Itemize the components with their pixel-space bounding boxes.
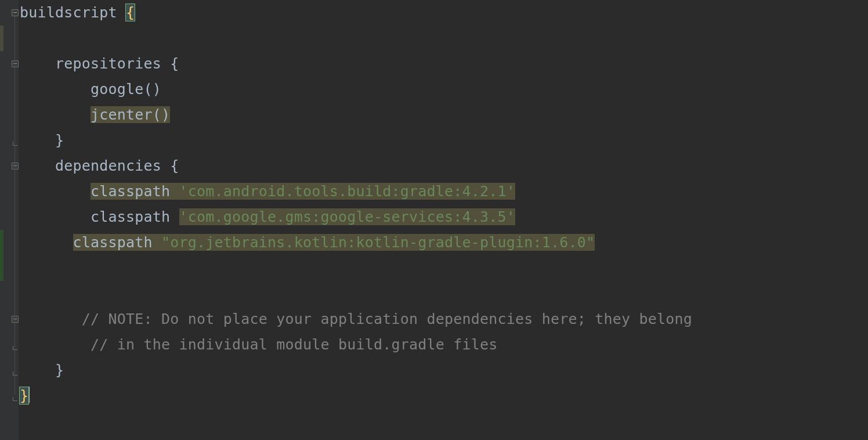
code-token: 'com.android.tools.build:gradle:4.2.1' — [179, 183, 516, 200]
code-line[interactable]: dependencies { — [19, 153, 868, 179]
code-token: dependencies — [55, 157, 170, 174]
vcs-change-marker[interactable] — [0, 230, 3, 255]
vcs-change-marker[interactable] — [0, 26, 3, 51]
code-token: classpath — [91, 208, 179, 225]
fold-toggle-icon[interactable] — [12, 163, 19, 169]
vcs-change-marker[interactable] — [0, 255, 3, 281]
code-line[interactable]: // NOTE: Do not place your application d… — [19, 306, 868, 332]
code-line-content: } — [20, 128, 64, 153]
code-line-content: // in the individual module build.gradle… — [20, 332, 498, 358]
code-line[interactable]: google() — [19, 77, 868, 102]
code-line[interactable] — [19, 281, 868, 306]
code-token: { — [170, 157, 179, 174]
code-token: google() — [91, 81, 161, 98]
code-token: { — [170, 55, 179, 72]
code-token: { — [126, 4, 135, 21]
code-line-content: } — [20, 383, 30, 409]
fold-toggle-icon[interactable] — [12, 316, 19, 323]
code-token: // in the individual module build.gradle… — [91, 336, 498, 353]
fold-end-icon — [13, 401, 17, 405]
code-token: repositories — [55, 55, 170, 72]
code-line[interactable]: // in the individual module build.gradle… — [19, 332, 868, 358]
code-line[interactable]: } — [19, 383, 868, 409]
code-area[interactable]: buildscript { repositories { google() jc… — [19, 0, 868, 440]
code-token: classpath — [91, 183, 179, 200]
code-token: "org.jetbrains.kotlin:kotlin-gradle-plug… — [161, 234, 595, 251]
code-line-content: } — [20, 358, 64, 383]
code-line-content: buildscript { — [20, 0, 135, 26]
code-token: buildscript — [20, 4, 126, 21]
code-token: 'com.google.gms:google-services:4.3.5' — [179, 208, 516, 225]
code-editor[interactable]: buildscript { repositories { google() jc… — [0, 0, 868, 440]
code-line-content: repositories { — [20, 51, 179, 77]
code-line-content: classpath "org.jetbrains.kotlin:kotlin-g… — [20, 230, 595, 255]
code-line-content: classpath 'com.android.tools.build:gradl… — [20, 179, 515, 204]
fold-toggle-icon[interactable] — [12, 9, 19, 16]
code-line[interactable]: repositories { — [19, 51, 868, 77]
code-line[interactable] — [19, 255, 868, 281]
fold-end-icon — [13, 145, 17, 150]
code-line[interactable] — [19, 26, 868, 51]
text-caret — [28, 387, 30, 403]
code-line-content: google() — [20, 77, 161, 102]
fold-guide-line — [15, 16, 15, 395]
code-token: // NOTE: Do not place your application d… — [82, 311, 692, 327]
code-line[interactable]: } — [19, 358, 868, 383]
code-line[interactable]: buildscript { — [19, 0, 868, 26]
code-line[interactable]: classpath "org.jetbrains.kotlin:kotlin-g… — [19, 230, 868, 255]
code-line-content: classpath 'com.google.gms:google-service… — [20, 204, 515, 230]
code-line[interactable]: } — [19, 128, 868, 153]
fold-end-icon — [13, 375, 17, 380]
code-line-content: dependencies { — [20, 153, 179, 179]
code-line[interactable]: classpath 'com.google.gms:google-service… — [19, 204, 868, 230]
code-line-content: jcenter() — [20, 102, 170, 128]
fold-end-icon — [13, 349, 17, 354]
code-line[interactable]: classpath 'com.android.tools.build:gradl… — [19, 179, 868, 204]
code-line[interactable]: jcenter() — [19, 102, 868, 128]
code-token: jcenter() — [91, 106, 170, 123]
code-token: } — [20, 387, 28, 404]
code-token: } — [55, 132, 64, 149]
code-token: classpath — [73, 234, 162, 251]
editor-gutter — [0, 0, 19, 440]
code-line-content: // NOTE: Do not place your application d… — [20, 306, 692, 332]
fold-toggle-icon[interactable] — [12, 60, 19, 67]
code-token: } — [55, 362, 64, 378]
